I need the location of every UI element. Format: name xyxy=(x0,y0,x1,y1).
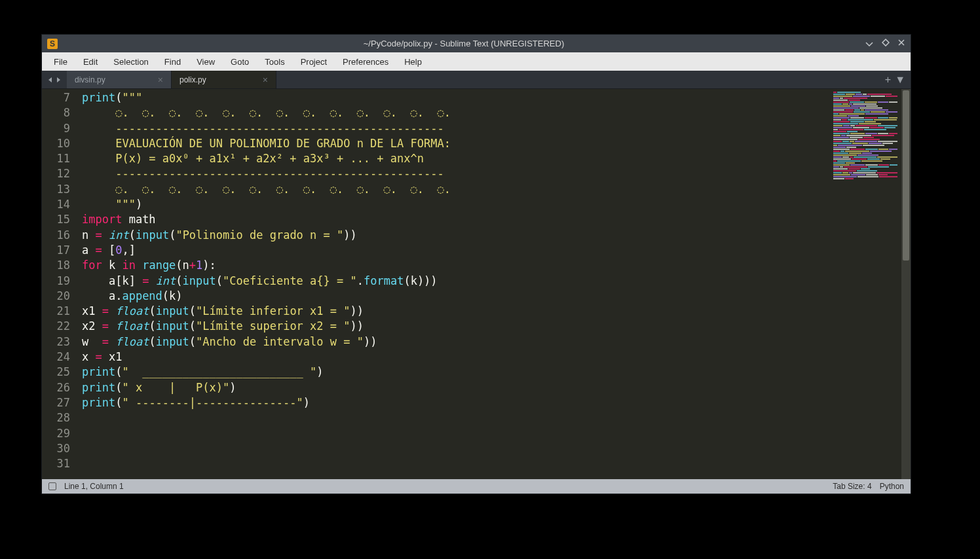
line-number: 22 xyxy=(42,319,70,334)
tab-prev-icon[interactable] xyxy=(47,74,54,86)
maximize-icon[interactable] xyxy=(882,38,890,49)
code-line[interactable]: EVALUACIÓN DE UN POLINOMIO DE GRADO n DE… xyxy=(82,136,829,151)
code-line[interactable]: a.append(k) xyxy=(82,289,829,304)
line-number: 27 xyxy=(42,395,70,410)
code-line[interactable]: import math xyxy=(82,212,829,227)
cursor-position[interactable]: Line 1, Column 1 xyxy=(64,482,124,491)
line-number: 30 xyxy=(42,441,70,456)
code-line[interactable]: n = int(input("Polinomio de grado n = ")… xyxy=(82,228,829,243)
tabbar-right: + ▼ xyxy=(880,71,911,88)
app-window: S ~/PyCode/polix.py - Sublime Text (UNRE… xyxy=(41,34,911,494)
tab-label: divsin.py xyxy=(75,75,105,84)
line-number: 23 xyxy=(42,334,70,350)
code-line[interactable]: P(x) = a0x⁰ + a1x¹ + a2x² + a3x³ + ... +… xyxy=(82,151,829,166)
line-number: 9 xyxy=(42,121,70,136)
titlebar[interactable]: S ~/PyCode/polix.py - Sublime Text (UNRE… xyxy=(42,35,911,52)
line-number: 12 xyxy=(42,166,70,181)
minimize-icon[interactable] xyxy=(865,38,874,49)
window-title: ~/PyCode/polix.py - Sublime Text (UNREGI… xyxy=(63,39,865,48)
line-number: 7 xyxy=(42,90,70,105)
minimap[interactable] xyxy=(829,89,901,479)
code-line[interactable]: ◌. ◌. ◌. ◌. ◌. ◌. ◌. ◌. ◌. ◌. ◌. ◌. ◌. xyxy=(82,182,829,197)
line-number: 20 xyxy=(42,289,70,304)
line-number: 19 xyxy=(42,274,70,289)
line-number: 16 xyxy=(42,228,70,243)
syntax[interactable]: Python xyxy=(880,482,904,491)
line-number: 28 xyxy=(42,410,70,425)
line-number: 15 xyxy=(42,212,70,227)
code-line[interactable]: x1 = float(input("Límite inferior x1 = "… xyxy=(82,304,829,319)
code-line[interactable]: print(" --------|---------------") xyxy=(82,395,829,410)
code-line[interactable]: """) xyxy=(82,197,829,212)
new-tab-icon[interactable]: + xyxy=(885,74,891,86)
scrollbar-thumb[interactable] xyxy=(903,90,909,261)
code-editor[interactable]: print(""" ◌. ◌. ◌. ◌. ◌. ◌. ◌. ◌. ◌. ◌. … xyxy=(78,89,829,479)
code-line[interactable]: x = x1 xyxy=(82,350,829,365)
menu-tools[interactable]: Tools xyxy=(258,56,291,68)
menu-selection[interactable]: Selection xyxy=(107,56,155,68)
line-number: 21 xyxy=(42,304,70,319)
menu-view[interactable]: View xyxy=(190,56,221,68)
menu-find[interactable]: Find xyxy=(158,56,187,68)
tab-close-icon[interactable]: × xyxy=(263,75,268,85)
tab-label: polix.py xyxy=(179,75,206,84)
line-number: 14 xyxy=(42,197,70,212)
line-number: 29 xyxy=(42,426,70,441)
panel-switcher-icon[interactable] xyxy=(48,482,56,490)
line-number: 8 xyxy=(42,105,70,120)
line-number: 31 xyxy=(42,456,70,471)
line-number: 26 xyxy=(42,380,70,395)
tab-size[interactable]: Tab Size: 4 xyxy=(833,482,871,491)
line-number: 25 xyxy=(42,365,70,380)
editor-area: 7891011121314151617181920212223242526272… xyxy=(42,89,911,479)
line-number: 24 xyxy=(42,350,70,365)
code-line[interactable]: w = float(input("Ancho de intervalo w = … xyxy=(82,334,829,350)
menu-preferences[interactable]: Preferences xyxy=(336,56,395,68)
tab-divsin[interactable]: divsin.py × xyxy=(67,71,172,88)
line-number: 11 xyxy=(42,151,70,166)
tabbar: divsin.py × polix.py × + ▼ xyxy=(42,71,911,89)
menu-file[interactable]: File xyxy=(47,56,74,68)
tab-close-icon[interactable]: × xyxy=(158,75,163,85)
tab-nav xyxy=(42,71,67,88)
line-number: 13 xyxy=(42,182,70,197)
app-icon: S xyxy=(47,39,58,49)
statusbar: Line 1, Column 1 Tab Size: 4 Python xyxy=(42,479,911,494)
menu-help[interactable]: Help xyxy=(398,56,428,68)
code-line[interactable]: for k in range(n+1): xyxy=(82,258,829,273)
tab-polix[interactable]: polix.py × xyxy=(172,71,276,88)
window-controls xyxy=(865,38,905,49)
code-line[interactable]: ----------------------------------------… xyxy=(82,121,829,136)
code-line[interactable]: a[k] = int(input("Coeficiente a{} = ".fo… xyxy=(82,274,829,289)
tab-next-icon[interactable] xyxy=(55,74,62,86)
line-number: 10 xyxy=(42,136,70,151)
close-icon[interactable] xyxy=(897,38,905,49)
tab-menu-icon[interactable]: ▼ xyxy=(895,74,905,86)
code-line[interactable]: print(" ________________________ ") xyxy=(82,365,829,380)
code-line[interactable]: ◌. ◌. ◌. ◌. ◌. ◌. ◌. ◌. ◌. ◌. ◌. ◌. ◌. xyxy=(82,105,829,120)
menubar: File Edit Selection Find View Goto Tools… xyxy=(42,52,911,71)
gutter: 7891011121314151617181920212223242526272… xyxy=(42,89,78,479)
code-line[interactable]: print(""" xyxy=(82,90,829,105)
code-line[interactable]: print(" x | P(x)") xyxy=(82,380,829,395)
menu-project[interactable]: Project xyxy=(294,56,333,68)
line-number: 18 xyxy=(42,258,70,273)
code-line[interactable]: x2 = float(input("Límite superior x2 = "… xyxy=(82,319,829,334)
code-line[interactable]: ----------------------------------------… xyxy=(82,166,829,181)
vertical-scrollbar[interactable] xyxy=(901,89,911,479)
menu-goto[interactable]: Goto xyxy=(224,56,255,68)
code-line[interactable]: a = [0,] xyxy=(82,243,829,258)
line-number: 17 xyxy=(42,243,70,258)
menu-edit[interactable]: Edit xyxy=(77,56,104,68)
